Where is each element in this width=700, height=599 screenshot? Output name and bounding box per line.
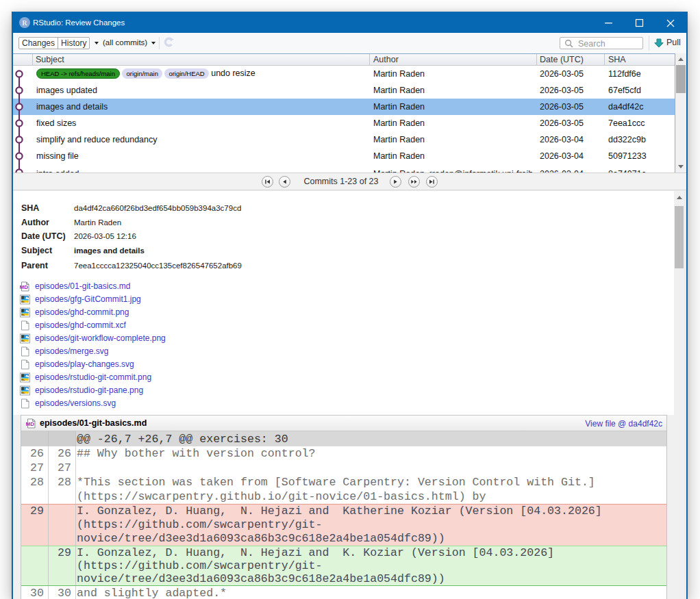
svg-text:MD: MD bbox=[20, 283, 28, 290]
svg-text:MD: MD bbox=[26, 421, 34, 427]
